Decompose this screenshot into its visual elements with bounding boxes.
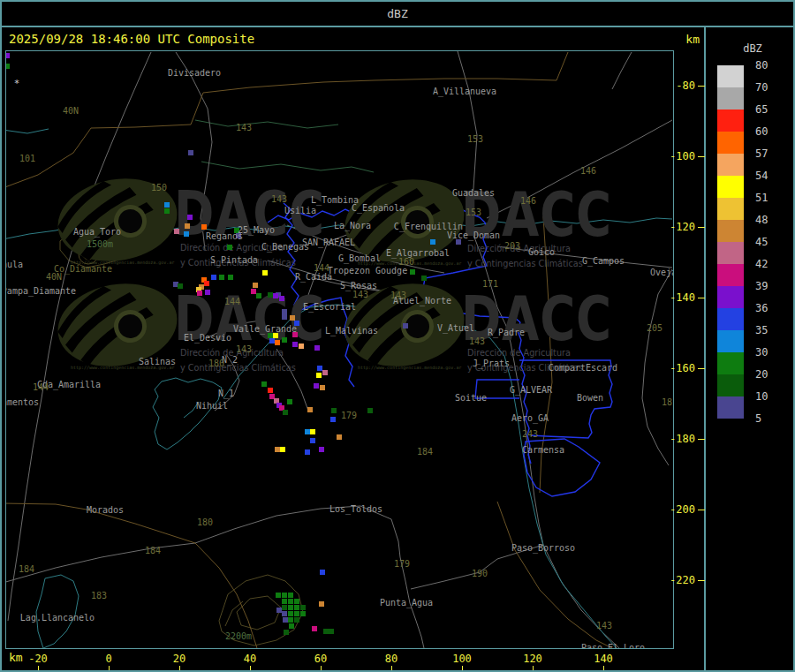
- radar-echo-cell: [197, 291, 202, 296]
- bottom-axis-tick-mark: [533, 666, 534, 672]
- radar-echo-cell: [294, 617, 299, 623]
- radar-echo-cell: [282, 314, 287, 320]
- radar-echo-cell: [410, 269, 415, 275]
- timestamp-label: 2025/09/28 18:46:00 UTC Composite: [9, 32, 254, 46]
- radar-echo-cell: [282, 337, 287, 343]
- radar-echo-cell: [294, 605, 299, 610]
- colorbar-block: [717, 154, 744, 176]
- right-axis-tick-label: -120: [670, 221, 695, 233]
- radar-echo-cell: [282, 605, 287, 610]
- right-axis-tick-mark: [698, 86, 705, 87]
- colorbar-tick-label: 45: [755, 236, 768, 248]
- bottom-axis-tick-label: 120: [523, 653, 542, 665]
- right-axis-tick-label: -180: [670, 433, 695, 445]
- radar-map[interactable]: DACCDirección de Agriculturay Contingenc…: [5, 50, 674, 649]
- radar-echo-cell: [228, 275, 233, 280]
- bottom-axis-tick-mark: [109, 666, 110, 672]
- colorbar-tick-label: 10: [755, 390, 768, 403]
- radar-echo-cell: [288, 605, 293, 610]
- radar-echo-cell: [331, 408, 337, 413]
- bottom-axis-tick-label: 100: [452, 653, 472, 665]
- bottom-axis-tick-label: 60: [314, 653, 327, 665]
- bottom-axis-unit: km: [9, 651, 23, 664]
- radar-echo-cell: [288, 617, 293, 623]
- colorbar-tick-label: 70: [755, 81, 768, 94]
- bottom-axis-tick-label: -20: [28, 653, 48, 665]
- radar-echo-cell: [282, 599, 287, 604]
- radar-echo-cell: [164, 208, 170, 214]
- colorbar-tick-label: 39: [755, 280, 768, 292]
- radar-echo-cell: [300, 605, 306, 610]
- radar-echo-cell: [319, 447, 324, 452]
- radar-echo-cell: [275, 340, 280, 345]
- radar-echo-cell: [236, 233, 241, 238]
- radar-echo-cell: [319, 601, 324, 607]
- radar-echo-cell: [299, 344, 304, 349]
- colorbar-block: [717, 65, 744, 87]
- radar-echo-cell: [320, 385, 325, 390]
- radar-echo-cell: [282, 611, 287, 616]
- radar-echo-cell: [219, 275, 224, 280]
- colorbar-tick-label: 60: [755, 125, 768, 138]
- radar-echo-cell: [320, 570, 325, 575]
- right-axis-tick-mark: [698, 580, 705, 581]
- right-axis-tick-mark: [698, 510, 705, 510]
- right-axis-unit: km: [671, 33, 700, 46]
- window-title: dBZ: [387, 7, 407, 20]
- radar-echo-cell: [184, 231, 189, 237]
- bottom-axis-tick-mark: [250, 666, 251, 672]
- colorbar-block: [717, 220, 744, 242]
- radar-echo-cell: [314, 383, 319, 389]
- radar-echo-cell: [276, 593, 281, 598]
- bottom-axis-tick-label: 140: [594, 653, 613, 665]
- bottom-axis-tick-mark: [179, 666, 180, 672]
- radar-echo-cell: [312, 626, 317, 631]
- radar-echo-cell: [185, 223, 190, 229]
- right-axis-tick-mark: [698, 227, 705, 228]
- colorbar-tick-label: 36: [755, 302, 768, 314]
- radar-echo-cell: [283, 617, 288, 623]
- radar-echo-cell: [329, 629, 334, 634]
- colorbar-tick-label: 30: [755, 346, 768, 359]
- radar-echo-cell: [5, 53, 10, 58]
- colorbar-block: [717, 308, 744, 330]
- road-lines: [6, 51, 672, 648]
- radar-echo-cell: [292, 342, 298, 347]
- radar-echo-cell: [280, 447, 285, 452]
- bottom-axis-tick-mark: [462, 666, 463, 672]
- radar-echo-cell: [305, 449, 310, 455]
- radar-echo-cell: [188, 150, 193, 155]
- radar-echo-cell: [262, 270, 268, 276]
- stream-lines: [195, 120, 374, 172]
- radar-app-window: dBZ 2025/09/28 18:46:00 UTC Composite km…: [0, 0, 795, 672]
- route-lines: [6, 52, 612, 648]
- colorbar-block: [717, 396, 744, 419]
- radar-echo-cell: [294, 599, 299, 604]
- right-axis-tick-label: -200: [670, 503, 695, 516]
- colorbar-tick-label: 35: [755, 324, 768, 336]
- panel-divider: [704, 27, 706, 670]
- right-axis-tick-label: -140: [670, 291, 695, 304]
- right-axis-tick-mark: [698, 368, 705, 369]
- radar-echo-cell: [268, 388, 273, 393]
- bottom-axis-tick-mark: [603, 666, 604, 672]
- radar-echo-cell: [456, 239, 461, 245]
- radar-echo-cell: [316, 373, 322, 378]
- title-bar: dBZ: [2, 2, 793, 27]
- radar-echo-cell: [227, 245, 232, 250]
- right-axis-tick-label: -160: [670, 362, 695, 374]
- colorbar-block: [717, 374, 744, 396]
- radar-echo-cell: [322, 370, 328, 375]
- colorbar-block: [717, 264, 744, 286]
- bottom-axis-tick-label: 0: [105, 653, 111, 665]
- colorbar-block: [717, 352, 744, 374]
- radar-echo-cell: [367, 408, 373, 413]
- colorbar-block: [717, 242, 744, 264]
- right-axis-tick-mark: [698, 156, 705, 157]
- colorbar-tick-label: 65: [755, 103, 768, 116]
- radar-echo-cell: [187, 215, 193, 220]
- radar-echo-cell: [288, 611, 293, 616]
- bottom-axis-tick-label: 80: [385, 653, 398, 665]
- radar-echo-cell: [204, 281, 209, 286]
- radar-echo-cell: [307, 407, 313, 412]
